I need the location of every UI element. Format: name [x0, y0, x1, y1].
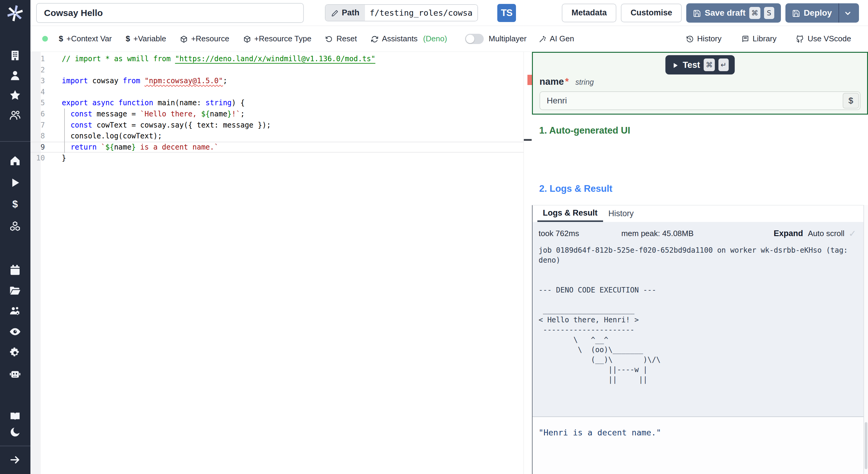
line-content: export async function main(name: string)…	[62, 97, 245, 109]
package-icon	[180, 34, 188, 43]
expand-button[interactable]: Expand	[774, 229, 803, 238]
sidebar-item-eye[interactable]	[9, 326, 21, 338]
folder-icon	[9, 288, 21, 293]
sidebar-item-robot[interactable]	[9, 368, 21, 380]
result-area[interactable]: "Henri is a decent name."	[532, 416, 864, 474]
toolbar-item-label: Use VScode	[807, 34, 851, 43]
field-type: string	[575, 78, 594, 87]
sidebar-item-gear[interactable]	[9, 347, 21, 359]
path-button[interactable]: Path f/testing_roles/cowsa	[325, 4, 478, 22]
code-line-2[interactable]: 2	[30, 64, 524, 76]
enter-key-badge: ↵	[718, 59, 729, 71]
sidebar-item-user[interactable]	[9, 69, 21, 81]
toolbar-use-vscode-button[interactable]: Use VScode	[796, 34, 851, 43]
toolbar-variable-button[interactable]: $+Variable	[126, 34, 166, 43]
mem-peak: mem peak: 45.08MB	[621, 229, 693, 238]
toolbar-item-label: +Context Var	[66, 34, 112, 43]
test-args-panel: Test ⌘ ↵ name * string $	[532, 52, 868, 115]
svg-text:$: $	[12, 199, 18, 210]
toolbar-assistants-button[interactable]: Assistants (Deno)	[371, 34, 447, 43]
tab-history[interactable]: History	[603, 205, 639, 222]
home-icon	[9, 158, 21, 163]
toolbar-resource-type-button[interactable]: +Resource Type	[243, 34, 312, 43]
line-number: 2	[30, 64, 62, 76]
code-line-5[interactable]: 5export async function main(name: string…	[30, 97, 524, 109]
code-line-10[interactable]: 10}	[30, 153, 524, 164]
multiplayer-toggle[interactable]	[465, 34, 484, 44]
toolbar-history-button[interactable]: History	[686, 34, 721, 43]
sidebar-item-dollar[interactable]: $	[9, 199, 21, 210]
name-arg-input[interactable]	[539, 91, 861, 110]
toolbar-item-label: Library	[752, 34, 776, 43]
code-line-6[interactable]: 6 const message = `Hello there, ${name}!…	[30, 109, 524, 120]
moon-icon	[9, 429, 21, 434]
editor-overview-ruler[interactable]	[524, 52, 532, 474]
result-value: "Henri is a decent name."	[532, 417, 864, 448]
code-editor[interactable]: 1// import * as wmill from "https://deno…	[30, 52, 532, 474]
sidebar-item-moon[interactable]	[9, 426, 21, 438]
dollar-icon: $	[9, 201, 21, 207]
sidebar-divider-bottom	[0, 446, 30, 446]
sidebar-item-home[interactable]	[9, 155, 21, 167]
save-draft-button[interactable]: Save draft ⌘ S	[686, 3, 781, 23]
arrow-right-icon	[9, 457, 21, 462]
results-scrollbar[interactable]	[864, 205, 868, 474]
chevron-down-icon[interactable]	[843, 8, 852, 18]
test-button[interactable]: Test ⌘ ↵	[665, 55, 735, 75]
sidebar-item-folder[interactable]	[9, 285, 21, 297]
history-icon	[686, 34, 694, 43]
toolbar-item-label: Reset	[336, 34, 357, 43]
toolbar-item-label: +Variable	[133, 34, 166, 43]
insert-variable-button[interactable]: $	[843, 93, 859, 109]
section-auto-generated-ui: 1. Auto-generated UI	[539, 125, 630, 136]
dollar-icon: $	[126, 34, 130, 43]
script-title-input[interactable]	[36, 3, 304, 23]
test-label: Test	[683, 60, 700, 70]
topbar-actions: Metadata Customise Save draft ⌘ S Deploy	[562, 3, 859, 23]
sidebar-item-cubes[interactable]	[9, 220, 21, 233]
sidebar-item-arrow-right[interactable]	[9, 454, 21, 466]
line-content: // import * as wmill from "https://deno.…	[62, 53, 375, 64]
toolbar-context-var-button[interactable]: $+Context Var	[59, 34, 112, 43]
book-icon	[9, 413, 21, 418]
save-draft-label: Save draft	[705, 8, 745, 18]
cubes-icon	[9, 224, 21, 229]
code-line-4[interactable]: 4	[30, 87, 524, 98]
metadata-button[interactable]: Metadata	[562, 4, 616, 22]
ai-gen-button[interactable]: AI Gen	[538, 34, 574, 43]
line-number: 10	[30, 153, 62, 164]
toolbar-resource-button[interactable]: +Resource	[180, 34, 229, 43]
sidebar-item-play[interactable]	[9, 177, 21, 189]
sidebar-item-users[interactable]	[9, 109, 21, 121]
field-name: name	[539, 76, 564, 87]
results-tabs: Logs & Result History	[532, 205, 864, 222]
sidebar-item-star[interactable]	[9, 89, 21, 101]
tab-logs-result[interactable]: Logs & Result	[537, 205, 603, 222]
toolbar-reset-button[interactable]: Reset	[325, 34, 357, 43]
toolbar-library-button[interactable]: Library	[741, 34, 776, 43]
code-line-9[interactable]: 9 return `${name} is a decent name.`	[30, 142, 524, 153]
windmill-logo[interactable]	[5, 4, 25, 23]
sidebar-item-calendar[interactable]	[9, 264, 21, 276]
autoscroll-checkbox[interactable]: ✓	[849, 228, 856, 239]
scrollbar-thumb[interactable]	[865, 422, 867, 469]
line-number: 3	[30, 76, 62, 87]
wand-icon	[538, 34, 547, 43]
code-line-7[interactable]: 7 const cowText = cowsay.say({ text: mes…	[30, 120, 524, 131]
line-number: 6	[30, 109, 62, 120]
code-line-3[interactable]: 3import cowsay from "npm:cowsay@1.5.0";	[30, 76, 524, 87]
sidebar-item-user-gear[interactable]	[9, 305, 21, 317]
line-number: 1	[30, 53, 62, 64]
sidebar-item-book[interactable]	[9, 410, 21, 422]
line-content: const message = `Hello there, ${name}!`;	[62, 109, 245, 120]
toolbar-item-label: Assistants	[382, 34, 418, 43]
deploy-button[interactable]: Deploy	[785, 3, 859, 23]
section-logs-result: 2. Logs & Result	[539, 183, 613, 194]
sidebar-item-building[interactable]	[9, 50, 21, 61]
code-line-8[interactable]: 8 console.log(cowText);	[30, 130, 524, 142]
logs-area[interactable]: took 762ms mem peak: 45.08MB Expand Auto…	[532, 222, 864, 416]
customise-button[interactable]: Customise	[621, 4, 682, 22]
line-content: import cowsay from "npm:cowsay@1.5.0";	[62, 76, 227, 87]
code-line-1[interactable]: 1// import * as wmill from "https://deno…	[30, 53, 524, 64]
deploy-split-divider	[838, 3, 839, 23]
